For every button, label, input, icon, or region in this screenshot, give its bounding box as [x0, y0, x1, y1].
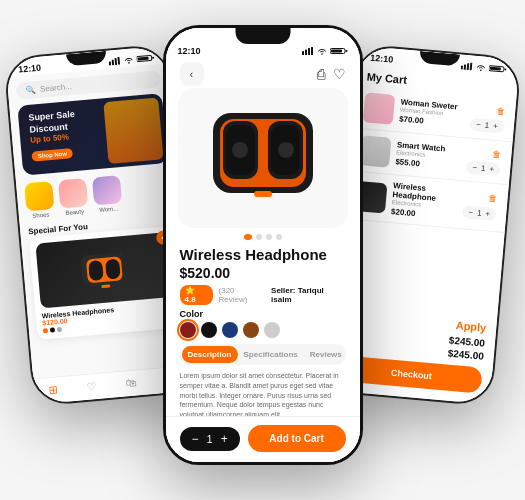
svg-rect-6: [152, 57, 154, 59]
swatch-brown[interactable]: [243, 322, 259, 338]
reviews-count: (320 Review): [219, 286, 266, 304]
svg-rect-3: [117, 57, 120, 65]
category-beauty[interactable]: Beauty: [58, 178, 89, 216]
share-icon[interactable]: ⎙: [317, 66, 325, 82]
cart-item-actions-2: 🗑 − 1 +: [466, 146, 502, 176]
qty-plus-2[interactable]: +: [489, 164, 494, 173]
tab-reviews[interactable]: Reviews: [304, 346, 348, 363]
cart-item-info-2: Smart Watch Electronics $55.00: [395, 140, 462, 172]
cart-item-img-1: [363, 92, 396, 125]
center-screen: 12:10 ‹ ⎙ ♡: [166, 28, 360, 462]
quantity-control[interactable]: − 1 +: [180, 427, 240, 451]
svg-point-28: [232, 142, 248, 158]
banner-left: Super Sale Discount Up to 50% Shop Now: [17, 93, 168, 175]
rating-row: ⭐ 4.8 (320 Review) Seller: Tariqul isalm: [180, 285, 346, 305]
svg-rect-0: [109, 61, 111, 65]
svg-rect-2: [115, 58, 118, 65]
dot-3: [266, 234, 272, 240]
swatch-blue[interactable]: [222, 322, 238, 338]
product-card-left[interactable]: ♥ Wireless Headphones $120.00: [29, 226, 182, 340]
qty-mini-2[interactable]: − 1 +: [466, 160, 501, 176]
cart-item-info-3: Wireless Headphone Electronics $20.00: [391, 181, 459, 222]
svg-rect-16: [311, 47, 313, 55]
swatch-gray[interactable]: [264, 322, 280, 338]
search-icon-left: 🔍: [26, 85, 37, 95]
qty-value: 1: [207, 433, 213, 445]
status-icons-right: [461, 62, 508, 74]
nav-home[interactable]: ⊞: [48, 383, 58, 397]
svg-rect-37: [490, 67, 501, 71]
add-to-cart-button[interactable]: Add to Cart: [248, 425, 346, 452]
cart-item-info-1: Woman Sweter Woman Fashion $70.00: [399, 97, 466, 129]
svg-point-17: [321, 53, 323, 55]
svg-rect-15: [308, 48, 310, 55]
shop-now-button[interactable]: Shop Now: [31, 149, 73, 163]
qty-plus-3[interactable]: +: [485, 209, 490, 218]
svg-rect-13: [302, 51, 304, 55]
qty-mini-3[interactable]: − 1 +: [462, 205, 497, 221]
subtotal-value: $245.00: [448, 335, 485, 349]
qty-minus-2[interactable]: −: [472, 162, 477, 171]
svg-rect-19: [345, 50, 347, 52]
svg-rect-32: [467, 63, 470, 70]
time-center: 12:10: [178, 46, 201, 56]
rating-badge: ⭐ 4.8: [180, 285, 213, 305]
header-action-icons: ⎙ ♡: [317, 66, 346, 82]
qty-val-2: 1: [481, 163, 486, 172]
banner-image: [103, 97, 163, 164]
swatch-red[interactable]: [180, 322, 196, 338]
dot-1: [244, 234, 252, 240]
product-tabs: Description Specifications Reviews: [180, 344, 346, 365]
back-button[interactable]: ‹: [180, 62, 204, 86]
qty-val-3: 1: [477, 209, 482, 218]
cart-item-actions-1: 🗑 − 1 +: [470, 103, 506, 133]
qty-minus-1[interactable]: −: [476, 120, 481, 129]
delete-icon-3[interactable]: 🗑: [488, 194, 498, 205]
center-phone: 12:10 ‹ ⎙ ♡: [163, 25, 363, 465]
cat-label-shoes: Shoes: [32, 211, 49, 218]
product-image-left: [35, 232, 173, 308]
product-info: Wireless Headphone $520.00 ⭐ 4.8 (320 Re…: [166, 246, 360, 420]
qty-val-1: 1: [484, 120, 489, 129]
wishlist-icon[interactable]: ♡: [333, 66, 346, 82]
delete-icon-2[interactable]: 🗑: [492, 148, 502, 159]
svg-rect-20: [331, 50, 342, 53]
cat-label-women: Wom...: [99, 205, 118, 213]
tab-description[interactable]: Description: [182, 346, 238, 363]
category-shoes[interactable]: Shoes: [24, 181, 55, 219]
nav-heart[interactable]: ♡: [86, 380, 97, 394]
color-swatches: [180, 322, 346, 338]
cat-img-women: [92, 175, 122, 205]
color-label: Color: [180, 309, 346, 319]
qty-plus[interactable]: +: [221, 433, 228, 445]
dot-2: [256, 234, 262, 240]
notch-center: [235, 28, 290, 44]
tab-specifications[interactable]: Specifications: [238, 346, 304, 363]
time-right: 12:10: [370, 53, 394, 65]
status-icons-center: [302, 47, 348, 55]
swatch-black[interactable]: [201, 322, 217, 338]
cat-img-beauty: [58, 178, 88, 208]
delete-icon-1[interactable]: 🗑: [496, 105, 506, 116]
product-hero-image: [178, 88, 348, 228]
seller-info: Seller: Tariqul isalm: [271, 286, 345, 304]
product-price-center: $520.00: [180, 265, 346, 281]
svg-point-34: [480, 69, 482, 71]
qty-minus[interactable]: −: [192, 433, 199, 445]
qty-mini-1[interactable]: − 1 +: [470, 117, 505, 133]
svg-rect-7: [138, 57, 149, 61]
nav-bag[interactable]: 🛍: [126, 376, 138, 390]
qty-minus-3[interactable]: −: [468, 208, 473, 217]
dot-4: [276, 234, 282, 240]
product-header: ‹ ⎙ ♡: [166, 58, 360, 88]
qty-plus-1[interactable]: +: [493, 121, 498, 130]
category-women[interactable]: Wom...: [92, 175, 123, 213]
cart-item-actions-3: 🗑 − 1 +: [462, 191, 498, 221]
svg-point-4: [128, 62, 130, 64]
add-to-cart-bar: − 1 + Add to Cart: [166, 416, 360, 462]
cart-item-img-2: [359, 135, 392, 168]
product-description: Lorem ipsum dolor sit amet consectetur. …: [180, 371, 346, 420]
total-value: $245.00: [447, 348, 484, 362]
product-name-center: Wireless Headphone: [180, 246, 346, 263]
cat-img-shoes: [24, 181, 54, 211]
